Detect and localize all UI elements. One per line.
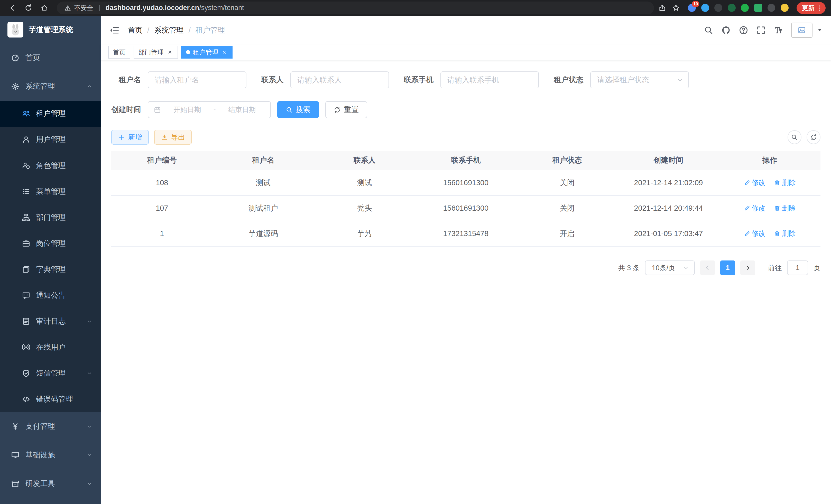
cell-id: 108 [111, 170, 212, 196]
back-icon[interactable] [8, 4, 17, 12]
tab-tenant[interactable]: 租户管理 [181, 46, 233, 59]
tab-dept[interactable]: 部门管理 [134, 46, 178, 59]
tenant-name-input[interactable] [148, 71, 247, 88]
sidebar-item-home[interactable]: 首页 [0, 43, 101, 72]
page-size-select[interactable]: 10条/页 [645, 261, 695, 275]
filter-row-2: 创建时间 开始日期 - 结束日期 搜索 重置 [111, 101, 821, 118]
sidebar-item-sms[interactable]: 短信管理 [0, 360, 101, 386]
tab-close-icon[interactable] [166, 49, 173, 56]
export-button[interactable]: 导出 [154, 130, 192, 145]
sidebar-item-notice[interactable]: 通知公告 [0, 282, 101, 308]
tab-home[interactable]: 首页 [108, 46, 131, 59]
toggle-search-button[interactable] [787, 130, 801, 144]
user-avatar[interactable] [791, 23, 812, 38]
sidebar-item-user[interactable]: 用户管理 [0, 127, 101, 153]
add-button[interactable]: 新增 [111, 130, 149, 145]
extension-dark-ring-icon[interactable] [714, 4, 722, 12]
sidebar-item-label: 研发工具 [25, 479, 81, 489]
filter-row-1: 租户名 联系人 联系手机 租户状态 请选择租户状态 [111, 71, 821, 88]
dict-icon [22, 265, 30, 274]
sidebar-item-audit-log[interactable]: 审计日志 [0, 308, 101, 334]
sidebar-item-post[interactable]: 岗位管理 [0, 230, 101, 256]
extension-lightblue-icon[interactable] [701, 4, 709, 12]
refresh-table-button[interactable] [807, 130, 821, 144]
edit-link[interactable]: 修改 [744, 178, 766, 187]
sidebar-item-system[interactable]: 系统管理 [0, 72, 101, 101]
home-icon[interactable] [40, 4, 48, 12]
bookmark-star-icon[interactable] [672, 4, 680, 12]
update-button[interactable]: 更新 [797, 2, 826, 13]
tenant-status-select[interactable]: 请选择租户状态 [590, 71, 689, 88]
font-size-icon[interactable] [774, 25, 783, 35]
extension-green-square-icon[interactable] [754, 4, 762, 12]
sidebar-item-role[interactable]: 角色管理 [0, 153, 101, 179]
cell-actions: 修改删除 [719, 170, 820, 196]
list-icon [22, 187, 30, 196]
sidebar-item-dict[interactable]: 字典管理 [0, 256, 101, 282]
extension-blue-badged-icon[interactable]: 10 [688, 4, 696, 12]
extension-yellow-face-icon[interactable] [781, 4, 789, 12]
address-bar[interactable]: 不安全 dashboard.yudao.iocoder.cn/system/te… [57, 2, 654, 14]
cell-id: 107 [111, 196, 212, 221]
sidebar-item-dept[interactable]: 部门管理 [0, 205, 101, 230]
extension-green-icon[interactable] [741, 4, 749, 12]
help-icon[interactable] [739, 25, 748, 35]
extension-dark-icon[interactable] [768, 4, 775, 12]
sidebar-toggle-icon[interactable] [109, 25, 119, 35]
gear-icon [11, 82, 20, 91]
cell-status: 关闭 [516, 196, 618, 221]
delete-link[interactable]: 删除 [774, 178, 796, 187]
sidebar-item-menu[interactable]: 菜单管理 [0, 179, 101, 205]
sidebar-item-tenant[interactable]: 租户管理 [0, 101, 101, 127]
main-area: 首页/系统管理/租户管理 首页部门管理租户管理 租户名 [101, 16, 831, 504]
contact-label: 联系人 [261, 75, 284, 85]
edit-link[interactable]: 修改 [744, 203, 766, 213]
edit-link[interactable]: 修改 [744, 229, 766, 238]
sidebar-item-error-code[interactable]: 错误码管理 [0, 386, 101, 412]
extension-darkgreen-icon[interactable] [728, 4, 736, 12]
fullscreen-icon[interactable] [756, 25, 766, 35]
mobile-input[interactable] [440, 71, 539, 88]
contact-input[interactable] [290, 71, 389, 88]
add-button-label: 新增 [128, 132, 142, 142]
sidebar: 芋道管理系统 首页系统管理租户管理用户管理角色管理菜单管理部门管理岗位管理字典管… [0, 16, 101, 504]
user-icon [22, 136, 30, 144]
extension-badge: 10 [692, 1, 699, 7]
next-page-button[interactable] [740, 261, 755, 275]
share-icon[interactable] [658, 4, 666, 12]
tab-label: 首页 [113, 48, 126, 57]
goto-label: 前往 [768, 263, 782, 272]
extensions-area: 10 [688, 4, 789, 12]
sidebar-item-pay[interactable]: 支付管理 [0, 412, 101, 441]
prev-page-button[interactable] [700, 261, 715, 275]
delete-link[interactable]: 删除 [774, 203, 796, 213]
cell-contact: 芋艿 [314, 221, 415, 246]
reset-button[interactable]: 重置 [325, 101, 367, 118]
tab-close-icon[interactable] [221, 49, 228, 56]
broken-image-icon [798, 26, 806, 34]
delete-link[interactable]: 删除 [774, 229, 796, 238]
search-button[interactable]: 搜索 [277, 101, 319, 118]
cell-name: 芋道源码 [212, 221, 314, 246]
column-header: 租户名 [212, 151, 314, 170]
sidebar-item-dev-tool[interactable]: 研发工具 [0, 469, 101, 498]
breadcrumb-item[interactable]: 系统管理 [154, 25, 184, 35]
sidebar-item-online-user[interactable]: 在线用户 [0, 334, 101, 360]
tenant-table: 租户编号租户名联系人联系手机租户状态创建时间操作 108测试测试15601691… [111, 151, 821, 246]
sidebar-item-label: 用户管理 [36, 135, 95, 145]
sidebar-item-infra[interactable]: 基础设施 [0, 441, 101, 469]
breadcrumb-item[interactable]: 首页 [128, 25, 143, 35]
sidebar-item-label: 岗位管理 [36, 238, 95, 249]
page-number-button[interactable]: 1 [720, 261, 735, 275]
create-time-range-picker[interactable]: 开始日期 - 结束日期 [148, 101, 271, 118]
reload-icon[interactable] [24, 4, 32, 12]
app-logo[interactable]: 芋道管理系统 [0, 16, 101, 43]
goto-page-input[interactable] [787, 261, 808, 275]
header-search-icon[interactable] [704, 25, 713, 35]
user-menu-caret-icon[interactable] [817, 28, 823, 33]
browser-menu-icon[interactable] [816, 5, 823, 11]
status-field: 租户状态 请选择租户状态 [554, 71, 689, 88]
peoples-icon [22, 110, 30, 118]
column-header: 联系人 [314, 151, 415, 170]
github-icon[interactable] [721, 25, 731, 35]
